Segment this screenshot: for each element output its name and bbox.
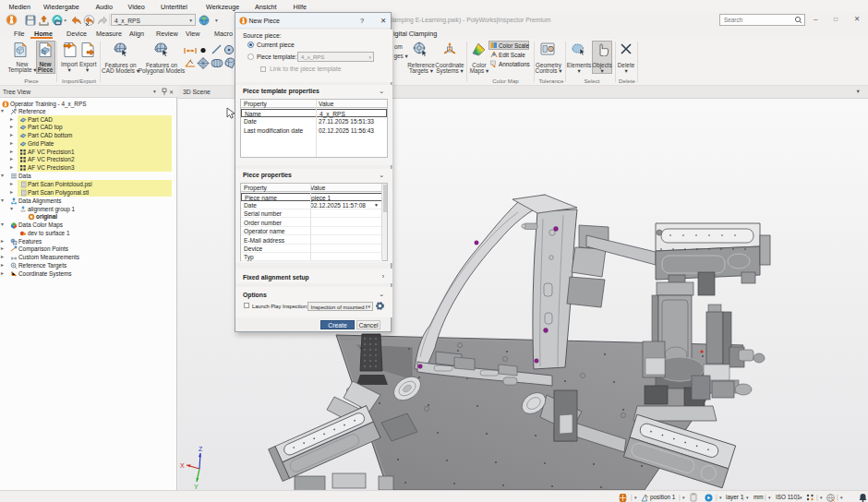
svg-text:X: X <box>180 462 185 469</box>
svg-text:Z: Z <box>199 446 203 452</box>
svg-text:Y: Y <box>194 484 199 490</box>
